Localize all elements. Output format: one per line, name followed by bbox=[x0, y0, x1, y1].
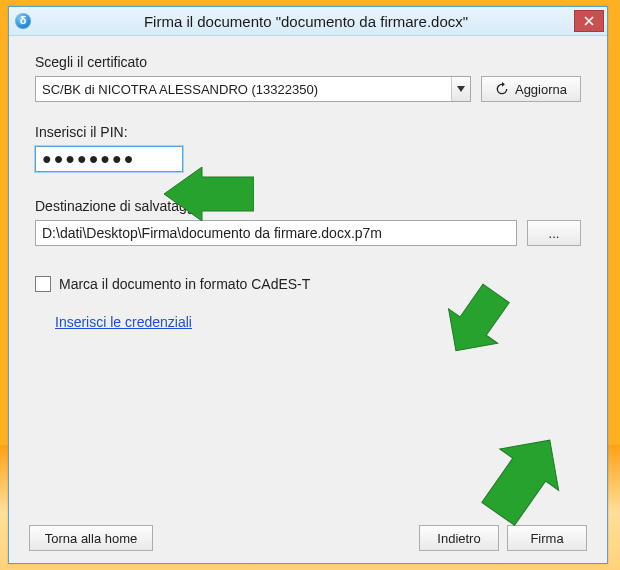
dialog-window: Firma il documento "documento da firmare… bbox=[8, 6, 608, 564]
destination-label: Destinazione di salvataggio: bbox=[35, 198, 581, 214]
browse-button[interactable]: ... bbox=[527, 220, 581, 246]
content-area: Scegli il certificato SC/BK di NICOTRA A… bbox=[9, 36, 607, 563]
certificate-selected: SC/BK di NICOTRA ALESSANDRO (13322350) bbox=[42, 82, 318, 97]
marca-label: Marca il documento in formato CAdES-T bbox=[59, 276, 310, 292]
pin-input[interactable]: ●●●●●●●● bbox=[35, 146, 183, 172]
app-icon bbox=[15, 13, 31, 29]
refresh-icon bbox=[495, 82, 509, 96]
destination-value: D:\dati\Desktop\Firma\documento da firma… bbox=[42, 225, 382, 241]
back-label: Indietro bbox=[437, 531, 480, 546]
home-button[interactable]: Torna alla home bbox=[29, 525, 153, 551]
home-label: Torna alla home bbox=[45, 531, 138, 546]
destination-input[interactable]: D:\dati\Desktop\Firma\documento da firma… bbox=[35, 220, 517, 246]
close-icon bbox=[584, 16, 594, 26]
pin-value: ●●●●●●●● bbox=[42, 150, 135, 168]
marca-checkbox[interactable] bbox=[35, 276, 51, 292]
window-title: Firma il documento "documento da firmare… bbox=[39, 13, 607, 30]
marca-row: Marca il documento in formato CAdES-T bbox=[35, 276, 581, 292]
chevron-down-icon bbox=[451, 77, 470, 101]
certificate-label: Scegli il certificato bbox=[35, 54, 581, 70]
footer: Torna alla home Indietro Firma bbox=[29, 525, 587, 551]
refresh-label: Aggiorna bbox=[515, 82, 567, 97]
back-button[interactable]: Indietro bbox=[419, 525, 499, 551]
close-button[interactable] bbox=[574, 10, 604, 32]
sign-button[interactable]: Firma bbox=[507, 525, 587, 551]
refresh-button[interactable]: Aggiorna bbox=[481, 76, 581, 102]
pin-label: Inserisci il PIN: bbox=[35, 124, 581, 140]
certificate-select[interactable]: SC/BK di NICOTRA ALESSANDRO (13322350) bbox=[35, 76, 471, 102]
browse-label: ... bbox=[549, 226, 560, 241]
sign-label: Firma bbox=[530, 531, 563, 546]
titlebar: Firma il documento "documento da firmare… bbox=[9, 7, 607, 36]
credentials-link[interactable]: Inserisci le credenziali bbox=[55, 314, 192, 330]
